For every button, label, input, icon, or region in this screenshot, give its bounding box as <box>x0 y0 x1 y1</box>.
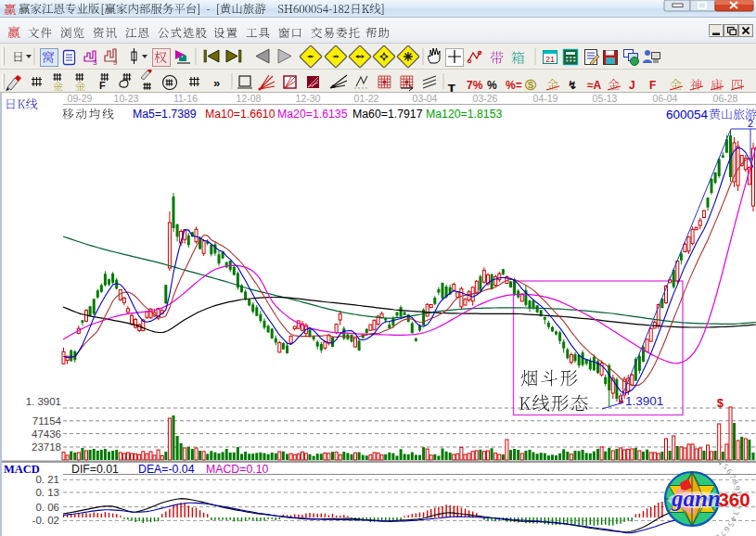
svg-text:11-16: 11-16 <box>173 93 198 104</box>
svg-text:Ma120=1.8153: Ma120=1.8153 <box>426 108 503 121</box>
svg-text:0. 13: 0. 13 <box>35 487 59 498</box>
svg-text:Ma5=1.7389: Ma5=1.7389 <box>133 108 197 121</box>
svg-text:12-30: 12-30 <box>296 93 321 104</box>
svg-text:1. 3901: 1. 3901 <box>26 396 61 407</box>
svg-text:Ma10=1.6610: Ma10=1.6610 <box>205 108 275 121</box>
svg-text:F: F <box>99 80 106 91</box>
svg-text:21: 21 <box>545 55 555 64</box>
svg-text:F: F <box>649 79 656 92</box>
svg-text:↯: ↯ <box>568 79 577 92</box>
svg-text:»: » <box>213 76 220 90</box>
svg-text:10-23: 10-23 <box>114 93 139 104</box>
svg-text:12-08: 12-08 <box>237 93 262 104</box>
svg-text:04-19: 04-19 <box>533 93 558 104</box>
svg-text:-0. 02: -0. 02 <box>32 515 59 526</box>
svg-text:gann: gann <box>671 486 721 511</box>
svg-text:47436: 47436 <box>32 428 61 440</box>
svg-text:03-04: 03-04 <box>413 93 438 104</box>
svg-text:01-22: 01-22 <box>354 93 379 104</box>
svg-text:05-13: 05-13 <box>593 93 618 104</box>
svg-text:Ma20=1.6135: Ma20=1.6135 <box>277 108 348 121</box>
svg-text:MACD: MACD <box>4 463 40 476</box>
svg-text:600054: 600054 <box>666 108 709 121</box>
svg-text:┰: ┰ <box>447 79 455 93</box>
svg-text:MACD=0.10: MACD=0.10 <box>206 463 268 476</box>
svg-text:06-28: 06-28 <box>713 93 738 104</box>
svg-text:03-26: 03-26 <box>473 93 498 104</box>
svg-text:9: 9 <box>113 58 118 67</box>
svg-text:3: 3 <box>93 58 97 67</box>
svg-text:J: J <box>629 79 635 92</box>
svg-text:06-04: 06-04 <box>653 93 678 104</box>
svg-text:DEA=-0.04: DEA=-0.04 <box>138 463 195 476</box>
svg-text:0. 21: 0. 21 <box>35 474 59 485</box>
svg-text:360: 360 <box>718 489 750 510</box>
svg-text:%=: %= <box>506 79 522 92</box>
svg-text:23718: 23718 <box>32 441 61 453</box>
svg-text:%: % <box>487 79 497 92</box>
svg-text:DIF=0.01: DIF=0.01 <box>71 463 119 476</box>
svg-text:2: 2 <box>748 118 753 129</box>
svg-text:0. 06: 0. 06 <box>35 502 59 513</box>
svg-text:71154: 71154 <box>32 415 62 427</box>
svg-text:7%: 7% <box>467 79 483 92</box>
svg-text:≈A: ≈A <box>587 79 602 92</box>
svg-text:$: $ <box>717 397 724 410</box>
svg-text:09-29: 09-29 <box>68 93 93 104</box>
svg-text:1.3901: 1.3901 <box>625 394 663 408</box>
svg-text:Ma60=1.7917: Ma60=1.7917 <box>352 108 423 121</box>
svg-text:Ⓢ: Ⓢ <box>525 79 536 92</box>
